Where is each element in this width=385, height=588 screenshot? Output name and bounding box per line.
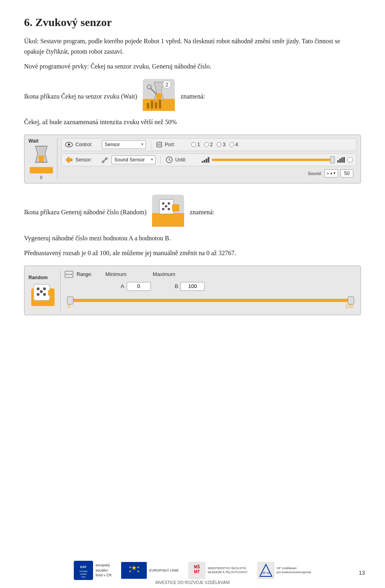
svg-rect-5 bbox=[155, 102, 157, 109]
sound-sensor-dropdown[interactable]: Sound Sensor bbox=[111, 155, 156, 164]
svg-marker-8 bbox=[156, 93, 162, 100]
port-radio-3[interactable]: 3 bbox=[217, 142, 225, 147]
slider-max-value: 100 bbox=[345, 304, 353, 309]
slider-min-value: 0 bbox=[68, 304, 71, 309]
svg-text:fond: fond bbox=[81, 576, 85, 578]
svg-rect-46 bbox=[48, 290, 54, 296]
random-panel: Random bbox=[24, 266, 361, 315]
eye-icon bbox=[65, 141, 73, 148]
b-input[interactable] bbox=[180, 282, 205, 291]
svg-text:MT: MT bbox=[194, 570, 200, 574]
svg-rect-31 bbox=[152, 213, 184, 227]
svg-text:2: 2 bbox=[166, 82, 168, 88]
wait-label: Wait bbox=[28, 138, 38, 144]
wait-row3: Sound: > ▲▼ 50 bbox=[61, 169, 357, 178]
wait-row2: Sensor: Sound Sensor Until bbox=[61, 153, 357, 166]
random-icon-intro: Ikona příkazu Generuj náhodné číslo (Ran… bbox=[24, 195, 361, 230]
eu-logo-icon: ★ ★ ★ ★ ★ bbox=[121, 562, 147, 579]
svg-point-41 bbox=[36, 287, 39, 290]
a-input[interactable] bbox=[127, 282, 151, 291]
hourglass-icon bbox=[33, 145, 49, 164]
random-ab-row: A B bbox=[65, 282, 357, 291]
radio-circle-2 bbox=[204, 142, 209, 147]
msmt-logo-icon: MŠ MT bbox=[188, 562, 205, 579]
sensor-dropdown[interactable]: Sensor bbox=[102, 140, 146, 149]
wait-icon-means: znamená: bbox=[180, 91, 205, 102]
wait-icon: 2 bbox=[143, 79, 175, 114]
svg-text:sociální: sociální bbox=[80, 573, 87, 575]
radio-circle-1 bbox=[191, 142, 196, 147]
until-label: Until: bbox=[175, 157, 199, 163]
page-title: 6. Zvukový senzor bbox=[24, 16, 361, 29]
svg-text:★: ★ bbox=[137, 566, 140, 569]
until-section bbox=[202, 157, 353, 163]
slider-values-row: 0 100 bbox=[68, 304, 353, 309]
para2: Nové programové prvky: Čekej na senzor z… bbox=[24, 61, 361, 72]
random-icon-means: znamená: bbox=[190, 207, 214, 217]
svg-text:★: ★ bbox=[129, 570, 132, 573]
range-icon bbox=[65, 271, 73, 278]
random-slider-left-handle[interactable] bbox=[67, 296, 73, 304]
msmt-logo: MŠ MT MINISTERSTVO ŠKOLSTVÍ, MLÁDEŽE A T… bbox=[188, 562, 248, 579]
port-label: Port: bbox=[165, 142, 189, 147]
esf-logo: ESF evropský sociální fond evropský soci… bbox=[74, 561, 111, 580]
slider-track[interactable] bbox=[212, 159, 335, 161]
svg-rect-4 bbox=[151, 101, 153, 109]
sensor-label: Sensor: bbox=[75, 157, 99, 163]
opvk-logo-icon: OP VK bbox=[257, 562, 274, 579]
wait-icon-intro: Ikona příkazu Čekej na senzor zvuku (Wai… bbox=[24, 79, 361, 114]
svg-rect-3 bbox=[147, 103, 149, 109]
slider-handle[interactable] bbox=[330, 156, 335, 163]
radio-circle-3 bbox=[217, 142, 221, 147]
svg-point-33 bbox=[162, 202, 164, 205]
para1: Úkol: Sestavte program, podle kterého po… bbox=[24, 36, 361, 56]
svg-point-18 bbox=[68, 143, 70, 146]
random-panel-left: Random bbox=[28, 269, 61, 312]
wait-panel: Wait 0 Control: Sensor bbox=[24, 135, 361, 183]
b-letter: B bbox=[175, 283, 178, 289]
esf-text: evropský sociální fond v ČR bbox=[95, 563, 111, 578]
svg-point-44 bbox=[43, 293, 46, 296]
random-slider-right-handle[interactable] bbox=[348, 296, 354, 304]
a-field-group: A bbox=[121, 282, 151, 291]
wait-description: Čekej, až bude zaznamenaná intenzita zvu… bbox=[24, 117, 361, 127]
wait-row1: Control: Sensor Port: 1 bbox=[61, 138, 357, 151]
footer: ESF evropský sociální fond evropský soci… bbox=[0, 561, 385, 580]
divider2 bbox=[160, 155, 161, 164]
random-range-row: Range: Minimum Maximum bbox=[65, 271, 357, 278]
wait-panel-left: Wait 0 bbox=[28, 138, 57, 180]
sound-circle bbox=[347, 157, 353, 163]
orange-bar bbox=[30, 167, 53, 173]
b-field-group: B bbox=[175, 282, 205, 291]
sound-value-box[interactable]: 50 bbox=[340, 169, 353, 177]
svg-text:★: ★ bbox=[129, 566, 132, 569]
svg-point-45 bbox=[40, 290, 43, 293]
clock-icon bbox=[166, 156, 173, 163]
minimum-label: Minimum bbox=[104, 271, 128, 277]
svg-marker-23 bbox=[66, 157, 72, 163]
random-desc1: Vygeneruj náhodné číslo mezi hodnotou A … bbox=[24, 233, 361, 244]
svg-text:evropský: evropský bbox=[79, 570, 88, 572]
svg-marker-50 bbox=[71, 274, 72, 275]
esf-logo-icon: ESF evropský sociální fond bbox=[74, 561, 93, 580]
random-desc2: Přednastavený rozsah je 0 až 100, ale mů… bbox=[24, 248, 361, 258]
svg-text:ESF: ESF bbox=[81, 565, 87, 569]
svg-text:★: ★ bbox=[137, 570, 140, 573]
port-radio-group: 1 2 3 4 bbox=[191, 142, 238, 147]
port-radio-2[interactable]: 2 bbox=[204, 142, 213, 147]
bar-chart-max-icon bbox=[337, 157, 345, 163]
eu-text: EVROPSKÁ UNIE bbox=[149, 568, 179, 572]
comparison-dropdown[interactable]: > ▲▼ bbox=[324, 169, 338, 177]
opvk-text: OP Vzdělávání pro konkurenceschopnost bbox=[277, 566, 311, 575]
random-slider-track[interactable] bbox=[68, 299, 353, 302]
svg-line-24 bbox=[103, 159, 106, 162]
wait-icon-label-text: Ikona příkazu Čekej na senzor zvuku (Wai… bbox=[24, 91, 137, 102]
svg-marker-49 bbox=[66, 274, 67, 275]
svg-point-35 bbox=[162, 208, 164, 210]
svg-point-43 bbox=[36, 293, 39, 296]
port-radio-4[interactable]: 4 bbox=[229, 142, 238, 147]
port-radio-1[interactable]: 1 bbox=[191, 142, 200, 147]
svg-line-29 bbox=[169, 160, 170, 161]
radio-circle-4 bbox=[229, 142, 234, 147]
divider bbox=[151, 140, 151, 149]
